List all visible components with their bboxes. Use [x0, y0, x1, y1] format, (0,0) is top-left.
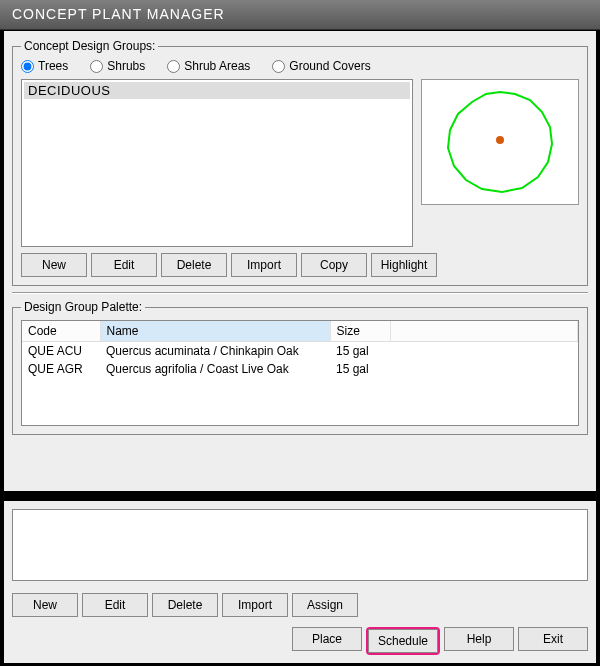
- groups-listbox[interactable]: DECIDUOUS: [21, 79, 413, 247]
- palette-table[interactable]: Code Name Size QUE ACU Quercus acuminata…: [22, 321, 578, 378]
- radio-shrub-areas-label: Shrub Areas: [184, 59, 250, 73]
- table-row[interactable]: QUE ACU Quercus acuminata / Chinkapin Oa…: [22, 342, 578, 360]
- concept-groups-legend: Concept Design Groups:: [21, 39, 158, 53]
- tree-center-dot: [496, 136, 504, 144]
- highlight-group-button[interactable]: Highlight: [371, 253, 437, 277]
- palette-legend: Design Group Palette:: [21, 300, 145, 314]
- design-group-palette-fieldset: Design Group Palette: Code Name Size QUE…: [12, 300, 588, 435]
- schedule-button[interactable]: Schedule: [368, 629, 438, 653]
- place-button[interactable]: Place: [292, 627, 362, 651]
- section-separator: [12, 292, 588, 294]
- help-button[interactable]: Help: [444, 627, 514, 651]
- group-radio-row: Trees Shrubs Shrub Areas Ground Covers: [21, 59, 579, 73]
- palette-table-container: Code Name Size QUE ACU Quercus acuminata…: [21, 320, 579, 426]
- import-palette-button[interactable]: Import: [222, 593, 288, 617]
- assign-palette-button[interactable]: Assign: [292, 593, 358, 617]
- radio-ground-covers[interactable]: Ground Covers: [272, 59, 370, 73]
- palette-header-name[interactable]: Name: [100, 321, 330, 342]
- groups-button-row: New Edit Delete Import Copy Highlight: [21, 253, 579, 277]
- radio-shrubs-input[interactable]: [90, 60, 103, 73]
- window-titlebar: CONCEPT PLANT MANAGER: [0, 0, 600, 30]
- cell-code: QUE ACU: [22, 342, 100, 360]
- delete-palette-button[interactable]: Delete: [152, 593, 218, 617]
- radio-ground-covers-label: Ground Covers: [289, 59, 370, 73]
- palette-header-code[interactable]: Code: [22, 321, 100, 342]
- radio-shrubs-label: Shrubs: [107, 59, 145, 73]
- palette-button-row: New Edit Delete Import Assign: [12, 593, 588, 617]
- exit-button[interactable]: Exit: [518, 627, 588, 651]
- radio-trees-label: Trees: [38, 59, 68, 73]
- radio-shrub-areas[interactable]: Shrub Areas: [167, 59, 250, 73]
- new-palette-button[interactable]: New: [12, 593, 78, 617]
- dialog-top-area: Concept Design Groups: Trees Shrubs Shru…: [3, 30, 597, 492]
- radio-shrubs[interactable]: Shrubs: [90, 59, 145, 73]
- edit-palette-button[interactable]: Edit: [82, 593, 148, 617]
- cell-name: Quercus acuminata / Chinkapin Oak: [100, 342, 330, 360]
- plant-preview-panel: [421, 79, 579, 205]
- dialog-bottom-area: New Edit Delete Import Assign Place Sche…: [3, 500, 597, 664]
- palette-header-row: Code Name Size: [22, 321, 578, 342]
- radio-trees-input[interactable]: [21, 60, 34, 73]
- palette-header-spacer: [390, 321, 578, 342]
- cell-name: Quercus agrifolia / Coast Live Oak: [100, 360, 330, 378]
- dialog-footer-row: Place Schedule Help Exit: [12, 627, 588, 655]
- table-row[interactable]: QUE AGR Quercus agrifolia / Coast Live O…: [22, 360, 578, 378]
- radio-trees[interactable]: Trees: [21, 59, 68, 73]
- list-item[interactable]: DECIDUOUS: [24, 82, 410, 99]
- edit-group-button[interactable]: Edit: [91, 253, 157, 277]
- copy-group-button[interactable]: Copy: [301, 253, 367, 277]
- window-title: CONCEPT PLANT MANAGER: [12, 6, 225, 22]
- plant-preview-icon: [430, 82, 570, 202]
- palette-header-size[interactable]: Size: [330, 321, 390, 342]
- concept-design-groups-fieldset: Concept Design Groups: Trees Shrubs Shru…: [12, 39, 588, 286]
- palette-listbox-continuation[interactable]: [12, 509, 588, 581]
- radio-ground-covers-input[interactable]: [272, 60, 285, 73]
- delete-group-button[interactable]: Delete: [161, 253, 227, 277]
- schedule-highlight: Schedule: [366, 627, 440, 655]
- import-group-button[interactable]: Import: [231, 253, 297, 277]
- new-group-button[interactable]: New: [21, 253, 87, 277]
- cell-code: QUE AGR: [22, 360, 100, 378]
- cell-size: 15 gal: [330, 342, 390, 360]
- cell-size: 15 gal: [330, 360, 390, 378]
- radio-shrub-areas-input[interactable]: [167, 60, 180, 73]
